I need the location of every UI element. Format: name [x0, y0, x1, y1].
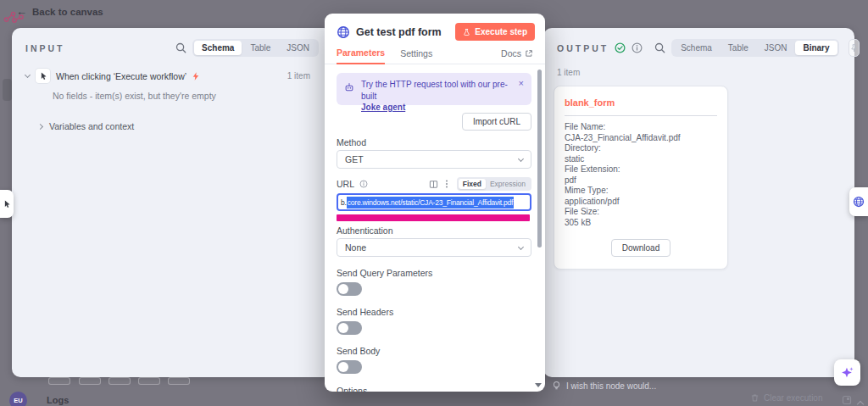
bulb-icon	[552, 381, 561, 391]
globe-icon	[337, 25, 350, 39]
binary-file-card: blank_form File Name: CJA-23_Financial_A…	[554, 86, 728, 270]
output-panel-header: OUTPUT Schema Table JSON Binary	[543, 28, 854, 62]
manual-trigger-node-icon-box	[36, 69, 50, 83]
output-tab-table[interactable]: Table	[721, 41, 756, 55]
output-title: OUTPUT	[557, 43, 609, 53]
avatar[interactable]: EU	[9, 392, 27, 406]
options-label: Options	[337, 386, 531, 392]
callout-text: Try the HTTP request tool with our pre-b…	[361, 80, 508, 101]
canvas-ghost-button	[138, 377, 160, 385]
external-link-icon	[525, 49, 533, 58]
ndv-screen: ← Back to canvas INPUT Schema Table JSON…	[0, 0, 868, 406]
popout-icon	[842, 395, 852, 405]
authentication-select[interactable]: None	[337, 238, 531, 257]
method-label: Method	[337, 137, 531, 147]
back-to-canvas-button[interactable]: ← Back to canvas	[16, 5, 103, 18]
back-label: Back to canvas	[32, 7, 103, 17]
node-feedback-prompt[interactable]: I wish this node would...	[552, 381, 656, 391]
info-icon	[359, 180, 368, 188]
globe-icon	[853, 196, 865, 208]
modal-tabs: Parameters Settings Docs	[325, 44, 545, 64]
tab-parameters[interactable]: Parameters	[337, 47, 385, 64]
execute-step-button[interactable]: Execute step	[455, 23, 535, 41]
field-value: pdf	[565, 175, 717, 186]
success-check-icon	[615, 42, 626, 53]
fixed-option[interactable]: Fixed	[459, 179, 486, 189]
canvas-ghost-element	[3, 79, 12, 101]
search-icon[interactable]	[654, 42, 665, 53]
binary-key-title: blank_form	[565, 97, 717, 108]
chevron-up-icon	[857, 401, 864, 406]
method-value: GET	[345, 154, 364, 164]
field-value: CJA-23_Financial_Affidavit.pdf	[565, 133, 717, 144]
input-tab-schema[interactable]: Schema	[194, 41, 242, 55]
input-panel-header: INPUT Schema Table JSON	[12, 28, 332, 62]
download-button[interactable]: Download	[611, 239, 670, 257]
collapse-logs-button[interactable]	[858, 395, 863, 406]
send-query-parameters-label: Send Query Parameters	[337, 268, 531, 278]
input-tab-json[interactable]: JSON	[279, 41, 317, 55]
variables-and-context-row[interactable]: Variables and context	[12, 121, 332, 131]
joke-agent-link[interactable]: Joke agent	[361, 103, 405, 112]
tab-settings[interactable]: Settings	[400, 48, 432, 64]
popout-logs-button[interactable]	[842, 393, 852, 406]
http-node-edge-pill[interactable]	[849, 187, 868, 216]
ai-assistant-button[interactable]	[834, 359, 860, 386]
node-title[interactable]: Get test pdf form	[356, 26, 449, 38]
field-label: File Size:	[565, 207, 717, 218]
info-circle-icon[interactable]	[632, 42, 643, 53]
input-item-count: 1 item	[287, 71, 310, 81]
trigger-node-edge-pill[interactable]	[0, 190, 14, 218]
input-view-tabs: Schema Table JSON	[192, 39, 319, 57]
close-icon[interactable]: ×	[519, 79, 524, 87]
canvas-ghost-button	[108, 377, 131, 385]
fixed-expression-toggle: Fixed Expression	[457, 177, 531, 191]
send-body-toggle[interactable]	[337, 360, 362, 374]
logs-label[interactable]: Logs	[47, 395, 69, 405]
docs-link[interactable]: Docs	[501, 48, 533, 64]
kebab-menu-icon[interactable]	[446, 183, 448, 185]
lightning-icon	[192, 72, 199, 81]
output-view-tabs: Schema Table JSON Binary	[671, 39, 838, 57]
import-curl-button[interactable]: Import cURL	[462, 113, 531, 131]
url-label: URL	[337, 179, 354, 189]
url-input[interactable]: b.core.windows.net/static/CJA-23_Financi…	[337, 193, 531, 211]
expression-option[interactable]: Expression	[486, 179, 530, 189]
input-panel: INPUT Schema Table JSON When clicking ‘E…	[12, 28, 332, 377]
modal-scrollbar[interactable]	[537, 70, 542, 247]
pin-icon	[849, 43, 859, 53]
field-value: 305 kB	[565, 218, 717, 229]
input-trigger-row[interactable]: When clicking ‘Execute workflow’ 1 item	[12, 62, 332, 83]
canvas-ghost-button	[168, 377, 190, 385]
output-tab-binary[interactable]: Binary	[795, 41, 837, 55]
columns-icon[interactable]	[429, 180, 438, 189]
pin-data-button[interactable]	[849, 39, 860, 57]
modal-header: Get test pdf form Execute step	[325, 14, 545, 44]
output-tab-json[interactable]: JSON	[757, 41, 795, 55]
url-scroll-indicator[interactable]	[337, 214, 530, 221]
sparkle-icon	[840, 365, 854, 380]
send-headers-toggle[interactable]	[337, 321, 362, 335]
clear-execution-button[interactable]: Clear execution	[750, 393, 822, 403]
input-tab-table[interactable]: Table	[242, 41, 278, 55]
execute-step-label: Execute step	[475, 27, 527, 36]
field-label: File Name:	[565, 122, 717, 133]
clear-execution-label: Clear execution	[764, 393, 822, 403]
cursor-icon	[39, 71, 47, 81]
authentication-value: None	[345, 242, 366, 253]
output-item-count: 1 item	[543, 68, 854, 77]
wish-text: I wish this node would...	[566, 381, 656, 391]
node-settings-modal: Get test pdf form Execute step Parameter…	[325, 14, 545, 392]
field-value: application/pdf	[565, 197, 717, 208]
output-tab-schema[interactable]: Schema	[673, 41, 720, 55]
field-label: Directory:	[565, 143, 717, 154]
send-query-parameters-toggle[interactable]	[337, 282, 362, 296]
chevron-down-icon[interactable]	[25, 72, 31, 78]
search-icon[interactable]	[175, 42, 186, 53]
input-empty-message: No fields - item(s) exist, but they're e…	[12, 91, 332, 101]
scroll-down-arrow-icon[interactable]	[535, 383, 542, 387]
method-select[interactable]: GET	[337, 150, 531, 169]
url-selected-text: core.windows.net/static/CJA-23_Financial…	[347, 197, 515, 209]
variables-label: Variables and context	[49, 121, 134, 131]
parameters-body: Try the HTTP request tool with our pre-b…	[325, 64, 545, 392]
